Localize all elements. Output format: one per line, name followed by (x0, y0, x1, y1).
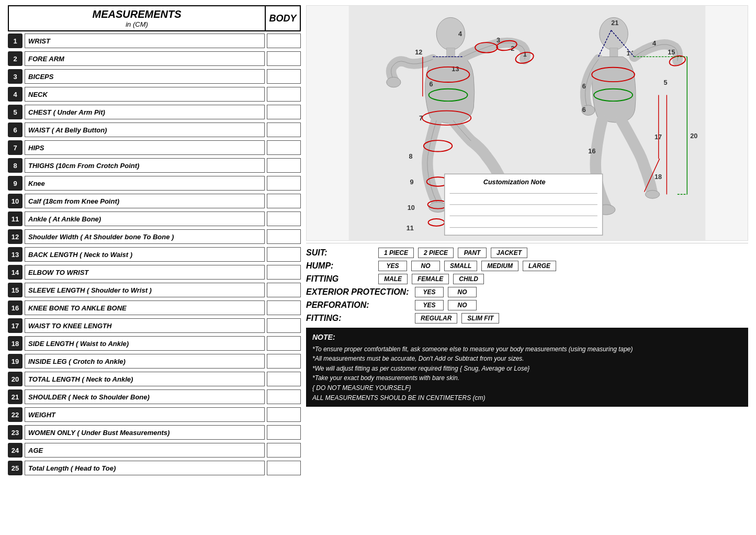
header-subtitle: in (CM) (126, 20, 148, 28)
note-line: *Take your exact body measurements with … (312, 373, 742, 383)
perforation-no-btn[interactable]: NO (448, 300, 477, 310)
hump-yes-btn[interactable]: YES (378, 261, 407, 271)
measurement-row: 23WOMEN ONLY ( Under Bust Measurements) (8, 424, 301, 441)
row-value-box[interactable] (267, 176, 301, 191)
measurement-row: 16KNEE BONE TO ANKLE BONE (8, 299, 301, 316)
svg-text:11: 11 (407, 225, 414, 232)
row-label: Knee (25, 176, 265, 191)
row-value-box[interactable] (267, 354, 301, 369)
hump-small-btn[interactable]: SMALL (444, 261, 477, 271)
measurement-row: 14ELBOW TO WRIST (8, 264, 301, 281)
suit-pant-btn[interactable]: PANT (458, 248, 487, 258)
perforation-yes-btn[interactable]: YES (415, 300, 444, 310)
row-value-box[interactable] (267, 425, 301, 440)
svg-text:4: 4 (458, 30, 462, 38)
measurement-row: 13BACK LENGTH ( Neck to Waist ) (8, 246, 301, 263)
exterior-protection-row: EXTERIOR PROTECTION: YES NO (306, 287, 748, 297)
svg-text:5: 5 (664, 79, 668, 86)
measurements-list: 1WRIST2FORE ARM3BICEPS4NECK5CHEST ( Unde… (8, 32, 301, 477)
row-number: 16 (8, 300, 22, 315)
row-number: 5 (8, 105, 22, 119)
measurement-row: 3BICEPS (8, 68, 301, 85)
note-line: *We will adjust fitting as per customer … (312, 364, 742, 374)
row-value-box[interactable] (267, 51, 301, 66)
row-value-box[interactable] (267, 122, 301, 137)
row-number: 3 (8, 69, 22, 84)
row-value-box[interactable] (267, 229, 301, 244)
row-value-box[interactable] (267, 389, 301, 404)
svg-point-3 (387, 77, 401, 87)
row-label: Total Length ( Head to Toe) (25, 461, 265, 475)
row-value-box[interactable] (267, 265, 301, 280)
hump-large-btn[interactable]: LARGE (523, 261, 556, 271)
fitting-child-btn[interactable]: CHILD (453, 274, 484, 284)
row-value-box[interactable] (267, 318, 301, 333)
exterior-yes-btn[interactable]: YES (415, 287, 444, 297)
fitting2-slimfit-btn[interactable]: SLIM FIT (461, 313, 499, 324)
row-number: 19 (8, 354, 22, 369)
hump-medium-btn[interactable]: MEDIUM (481, 261, 518, 271)
svg-text:8: 8 (409, 153, 413, 160)
fitting-male-btn[interactable]: MALE (378, 274, 408, 284)
fitting-female-btn[interactable]: FEMALE (412, 274, 449, 284)
note-section: NOTE: *To ensure proper comfortablen fit… (306, 328, 748, 407)
measurement-row: 4NECK (8, 86, 301, 103)
row-number: 24 (8, 443, 22, 458)
row-label: WRIST (25, 34, 265, 48)
suit-2piece-btn[interactable]: 2 PIECE (418, 248, 454, 258)
svg-text:Customization Note: Customization Note (483, 179, 546, 186)
row-value-box[interactable] (267, 283, 301, 297)
row-value-box[interactable] (267, 211, 301, 226)
row-number: 23 (8, 425, 22, 440)
fitting2-label: FITTING: (306, 314, 411, 323)
row-value-box[interactable] (267, 300, 301, 315)
measurement-row: 15SLEEVE LENGTH ( Shoulder to Wrist ) (8, 282, 301, 298)
suit-label: SUIT: (306, 248, 374, 258)
row-number: 15 (8, 283, 22, 297)
row-value-box[interactable] (267, 105, 301, 119)
svg-text:18: 18 (655, 173, 662, 181)
exterior-no-btn[interactable]: NO (448, 287, 477, 297)
row-number: 12 (8, 229, 22, 244)
fitting2-regular-btn[interactable]: REGULAR (415, 313, 457, 324)
row-value-box[interactable] (267, 87, 301, 102)
svg-text:16: 16 (588, 148, 595, 155)
row-value-box[interactable] (267, 336, 301, 351)
row-label: WEIGHT (25, 407, 265, 422)
suit-jacket-btn[interactable]: JACKET (491, 248, 527, 258)
measurement-row: 19INSIDE LEG ( Crotch to Ankle) (8, 353, 301, 370)
svg-text:6: 6 (430, 81, 433, 88)
header-body-cell: BODY (266, 6, 300, 30)
row-label: HIPS (25, 140, 265, 155)
hump-no-btn[interactable]: NO (411, 261, 440, 271)
row-value-box[interactable] (267, 158, 301, 173)
note-line: { DO NOT MEASURE YOURSELF} (312, 383, 742, 393)
row-number: 2 (8, 51, 22, 66)
row-value-box[interactable] (267, 69, 301, 84)
measurement-row: 2FORE ARM (8, 50, 301, 67)
row-label: THIGHS (10cm From Crotch Point) (25, 158, 265, 173)
row-number: 14 (8, 265, 22, 280)
row-number: 8 (8, 158, 22, 173)
svg-rect-2 (447, 48, 455, 58)
row-value-box[interactable] (267, 247, 301, 262)
options-area: SUIT: 1 PIECE 2 PIECE PANT JACKET HUMP: … (306, 243, 748, 327)
row-number: 13 (8, 247, 22, 262)
row-value-box[interactable] (267, 140, 301, 155)
row-value-box[interactable] (267, 34, 301, 48)
hump-label: HUMP: (306, 261, 374, 271)
svg-text:4: 4 (652, 40, 656, 47)
row-value-box[interactable] (267, 407, 301, 422)
row-value-box[interactable] (267, 443, 301, 458)
row-value-box[interactable] (267, 372, 301, 386)
row-value-box[interactable] (267, 461, 301, 475)
row-value-box[interactable] (267, 194, 301, 208)
body-diagram-svg: 12 4 3 2 1 14 6 7 8 9 10 11 13 (307, 6, 748, 240)
measurement-row: 11Ankle ( At Ankle Bone) (8, 210, 301, 227)
row-number: 6 (8, 122, 22, 137)
row-number: 9 (8, 176, 22, 191)
measurement-row: 24AGE (8, 442, 301, 459)
row-label: INSIDE LEG ( Crotch to Ankle) (25, 354, 265, 369)
row-label: BICEPS (25, 69, 265, 84)
suit-1piece-btn[interactable]: 1 PIECE (378, 248, 414, 258)
